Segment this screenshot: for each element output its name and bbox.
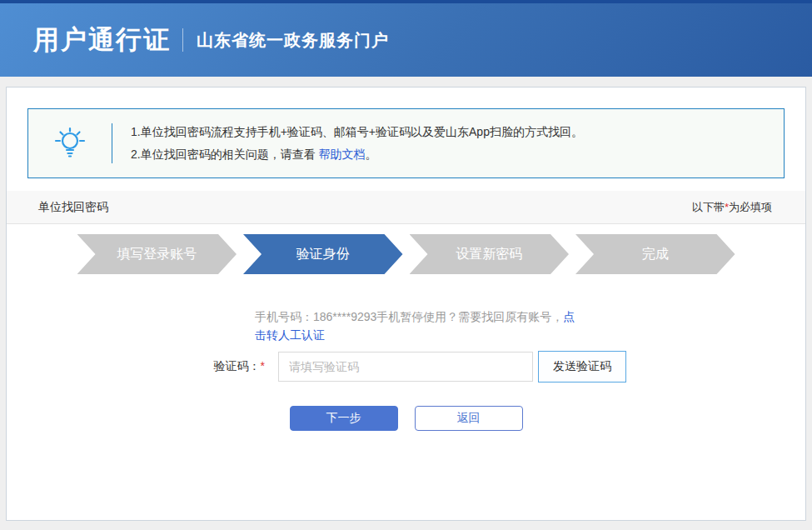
send-code-button[interactable]: 发送验证码	[538, 351, 626, 382]
phone-hint: 手机号码：186****9293手机暂停使用？需要找回原有账号，点击转人工认证	[255, 308, 581, 344]
required-note: 以下带*为必填项	[692, 200, 772, 215]
section-bar: 单位找回密码 以下带*为必填项	[7, 191, 805, 224]
captcha-input[interactable]	[278, 352, 533, 382]
captcha-required-star: *	[261, 359, 265, 372]
stepper: 填写登录账号 验证身份 设置新密码 完成	[77, 234, 735, 274]
captcha-row: 验证码：* 发送验证码	[7, 351, 805, 382]
step-verify-identity: 验证身份	[243, 234, 403, 274]
captcha-label: 验证码：*	[7, 359, 278, 374]
notice-line-2: 2.单位找回密码的相关问题，请查看 帮助文档。	[131, 143, 583, 166]
back-button[interactable]: 返回	[415, 406, 523, 431]
required-note-suffix: 为必填项	[729, 201, 772, 213]
step-complete: 完成	[575, 234, 735, 274]
actions-row: 下一步 返回	[7, 406, 805, 431]
notice-line-1: 1.单位找回密码流程支持手机+验证码、邮箱号+验证码以及爱山东App扫脸的方式找…	[131, 121, 583, 143]
main-card: 1.单位找回密码流程支持手机+验证码、邮箱号+验证码以及爱山东App扫脸的方式找…	[6, 87, 806, 521]
section-title: 单位找回密码	[38, 200, 108, 215]
next-button[interactable]: 下一步	[290, 406, 398, 431]
notice-line-2-text: 2.单位找回密码的相关问题，请查看	[131, 148, 319, 161]
portal-subtitle: 山东省统一政务服务门户	[197, 29, 389, 52]
step-set-new-password: 设置新密码	[410, 234, 570, 274]
notice-line-2-suffix: 。	[366, 148, 377, 161]
lightbulb-icon	[28, 126, 112, 161]
header: 用户通行证 山东省统一政务服务门户	[0, 0, 812, 77]
phone-hint-text: 手机号码：186****9293手机暂停使用？需要找回原有账号，	[255, 310, 563, 323]
captcha-label-text: 验证码：	[214, 359, 261, 372]
title-divider	[182, 28, 183, 52]
step-fill-account: 填写登录账号	[77, 234, 237, 274]
help-doc-link[interactable]: 帮助文档	[319, 148, 366, 161]
notice-text: 1.单位找回密码流程支持手机+验证码、邮箱号+验证码以及爱山东App扫脸的方式找…	[112, 121, 583, 166]
app-title: 用户通行证	[33, 22, 171, 58]
notice-box: 1.单位找回密码流程支持手机+验证码、邮箱号+验证码以及爱山东App扫脸的方式找…	[27, 108, 785, 178]
required-note-prefix: 以下带	[692, 201, 725, 213]
